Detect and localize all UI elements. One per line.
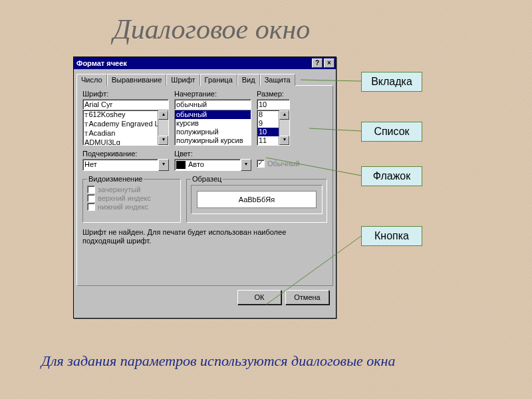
style-item[interactable]: обычный [175,110,251,119]
preview-group: Образец AaBbБбЯя [186,179,327,223]
dialog-window: Формат ячеек ? × Число Выравнивание Шриф… [73,57,336,319]
font-note: Шрифт не найден. Для печати будет исполь… [82,228,327,245]
size-listbox[interactable]: 8 9 10 11 ▴ ▾ [257,110,290,146]
callout-button: Кнопка [361,226,422,246]
preview-box: AaBbБбЯя [191,185,323,214]
underline-value: Нет [82,159,158,171]
callout-tab: Вкладка [361,72,422,92]
style-listbox[interactable]: обычный курсив полужирный полужирный кур… [174,110,251,146]
style-input[interactable]: обычный [174,99,251,110]
preview-text: AaBbБбЯя [197,191,317,208]
tab-panel: Шрифт: Arial Cyr T612Koshey TAcademy Eng… [76,85,333,286]
tab-protection[interactable]: Защита [260,74,295,86]
color-swatch [176,161,186,169]
normal-checkbox[interactable]: ✓ Обычный [257,160,323,168]
titlebar[interactable]: Формат ячеек ? × [74,57,336,69]
font-label: Шрифт: [82,90,169,98]
size-input[interactable]: 10 [257,99,290,110]
scroll-down-icon[interactable]: ▾ [158,136,168,145]
subscript-checkbox[interactable]: нижний индекс [87,203,176,211]
strike-label: зачеркнутый [98,186,140,194]
font-item[interactable]: ADMUI3Lg [84,138,120,146]
scroll-up-icon[interactable]: ▴ [158,110,168,120]
callout-checkbox: Флажок [361,166,422,186]
chevron-down-icon[interactable]: ▾ [241,159,251,171]
superscript-checkbox[interactable]: верхний индекс [87,194,176,202]
tab-alignment[interactable]: Выравнивание [107,74,167,86]
tab-border[interactable]: Граница [200,74,237,86]
cancel-button[interactable]: Отмена [285,290,329,305]
dialog-title: Формат ячеек [76,59,127,67]
underline-label: Подчеркивание: [82,150,169,158]
style-label: Начертание: [174,90,251,98]
subscript-label: нижний индекс [98,203,148,211]
effects-legend: Видоизменение [87,175,144,183]
callout-list: Список [361,122,422,142]
font-item[interactable]: 612Koshey [89,110,126,118]
dialog-buttons: ОК Отмена [74,286,336,309]
style-item[interactable]: курсив [175,119,251,128]
superscript-label: верхний индекс [98,194,151,202]
font-listbox[interactable]: T612Koshey TAcademy Engraved LET TAcadia… [82,110,169,146]
strike-checkbox[interactable]: зачеркнутый [87,186,176,194]
footer-text: Для задания параметров используются диал… [41,352,396,370]
color-label: Цвет: [174,150,251,158]
close-icon[interactable]: × [324,59,334,68]
style-item[interactable]: полужирный курсив [175,136,251,145]
checkbox-icon[interactable] [87,194,95,202]
font-item[interactable]: Academy Engraved LET [89,120,168,128]
checkbox-icon[interactable] [87,186,95,194]
tab-font[interactable]: Шрифт [166,74,200,86]
style-item[interactable]: полужирный [175,128,251,136]
underline-combo[interactable]: Нет ▾ [82,159,169,171]
checkbox-icon[interactable]: ✓ [257,160,265,168]
chevron-down-icon[interactable]: ▾ [158,159,169,171]
ok-button[interactable]: ОК [237,290,281,305]
font-item[interactable]: Acadian [89,129,116,137]
color-combo[interactable]: Авто ▾ [174,159,251,171]
scroll-up-icon[interactable]: ▴ [279,110,289,120]
tabstrip: Число Выравнивание Шрифт Граница Вид Защ… [76,73,333,85]
normal-label: Обычный [267,160,300,168]
slide-title: Диалоговое окно [113,13,310,45]
preview-legend: Образец [191,175,223,183]
scroll-down-icon[interactable]: ▾ [279,136,289,145]
effects-group: Видоизменение зачеркнутый верхний индекс… [82,179,181,223]
color-value: Авто [174,159,241,171]
tab-view[interactable]: Вид [237,74,260,86]
checkbox-icon[interactable] [87,203,95,211]
size-label: Размер: [257,90,290,98]
scrollbar[interactable]: ▴ ▾ [158,110,168,145]
tab-number[interactable]: Число [76,74,107,86]
scrollbar[interactable]: ▴ ▾ [279,110,289,145]
font-input[interactable]: Arial Cyr [82,99,169,110]
help-icon[interactable]: ? [312,59,323,68]
